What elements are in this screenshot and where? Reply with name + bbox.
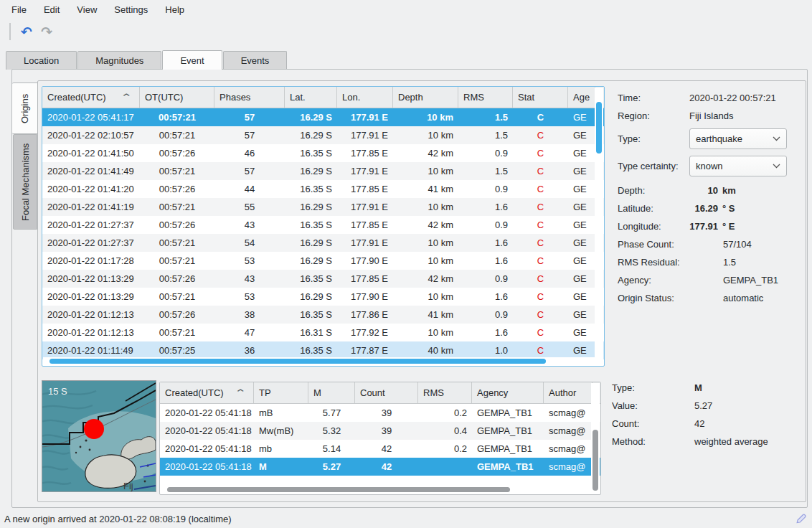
column-header-agency[interactable]: Agency [472,382,544,403]
table-body: 2020-01-22 05:41:18mB5.77390.2GEMPA_TB1s… [160,404,600,476]
column-header-ot[interactable]: OT(UTC) [140,87,214,108]
column-header-stat[interactable]: Stat [513,87,568,108]
epicenter-marker[interactable] [84,419,104,439]
column-header-lon[interactable]: Lon. [337,87,393,108]
mag-type-value: M [694,382,702,393]
table-row[interactable]: 2020-01-22 05:41:18mb5.14420.2GEMPA_TB1s… [160,440,600,458]
scrollbar-thumb[interactable] [593,430,598,491]
cell-rms: 1.5 [458,108,513,126]
cell-agency: GEMPA_TB1 [472,458,544,476]
table-row[interactable]: 2020-01-22 01:27:3700:57:264316.35 S177.… [42,216,604,234]
column-header-label: Created(UTC) [165,387,224,398]
sort-ascending-icon: ⌃ [121,92,138,103]
menu-file[interactable]: File [3,2,35,17]
cell-created: 2020-01-22 01:41:19 [42,198,140,216]
agency-label: Agency: [618,275,689,286]
cell-created: 2020-01-22 01:41:49 [42,162,140,180]
menu-settings[interactable]: Settings [105,2,156,17]
cell-rms: 1.6 [458,234,513,252]
table-row[interactable]: 2020-01-22 01:12:1300:57:263816.35 S177.… [42,306,604,324]
table-row[interactable]: 2020-01-22 02:10:5700:57:215716.29 S177.… [42,126,604,144]
type-certainty-select[interactable]: known [689,156,787,176]
tab-events[interactable]: Events [223,51,288,70]
column-header-created[interactable]: Created(UTC)⌃ [160,382,254,403]
cell-created: 2020-01-22 01:41:20 [42,180,140,198]
column-header-label: Depth [398,92,423,103]
horizontal-scrollbar[interactable] [161,486,591,494]
location-map[interactable]: 15 S Fij [42,380,156,492]
table-row[interactable]: 2020-01-22 05:41:1700:57:215716.29 S177.… [42,108,604,126]
cell-created: 2020-01-22 05:41:17 [42,108,140,126]
cell-depth: 42 km [393,144,458,162]
scrollbar-thumb[interactable] [49,359,546,364]
column-header-m[interactable]: M [308,382,355,403]
table-row[interactable]: 2020-01-22 05:41:18Mw(mB)5.32390.4GEMPA_… [160,422,600,440]
table-row[interactable]: 2020-01-22 01:13:2900:57:215316.29 S177.… [42,288,604,306]
cell-rms: 1.6 [458,288,513,306]
tab-event[interactable]: Event [162,50,222,70]
table-row[interactable]: 2020-01-22 01:41:1900:57:215516.29 S177.… [42,198,604,216]
cell-agency: GE [568,144,595,162]
scrollbar-thumb[interactable] [596,102,602,154]
magnitudes-table[interactable]: Created(UTC)⌃TPMCountRMSAgencyAuthor2020… [159,382,601,495]
cell-phases: 47 [214,324,285,341]
undo-icon[interactable]: ↶ [16,22,37,42]
cell-depth: 10 km [393,252,458,270]
scrollbar-thumb[interactable] [167,487,510,492]
cell-depth: 42 km [393,216,458,234]
table-row[interactable]: 2020-01-22 01:41:4900:57:215716.29 S177.… [42,162,604,180]
horizontal-scrollbar[interactable] [43,357,595,365]
tab-magnitudes[interactable]: Magnitudes [77,51,161,70]
table-row[interactable]: 2020-01-22 01:41:2000:57:264416.35 S177.… [42,180,604,198]
cell-created: 2020-01-22 05:41:18 [160,440,254,458]
side-tab-origins[interactable]: Origins [12,82,38,134]
table-row[interactable]: 2020-01-22 01:27:3700:57:215416.29 S177.… [42,234,604,252]
tab-location[interactable]: Location [6,51,77,70]
menu-help[interactable]: Help [156,2,193,17]
column-header-label: Agency [477,387,508,398]
column-header-agency[interactable]: Age [568,87,595,108]
cell-stat: C [513,306,568,324]
table-row[interactable]: 2020-01-22 01:13:2900:57:264316.35 S177.… [42,270,604,288]
column-header-count[interactable]: Count [355,382,418,403]
column-header-label: Phases [219,92,250,103]
depth-label: Depth: [618,185,689,196]
column-header-phases[interactable]: Phases [214,87,285,108]
edit-notify-icon[interactable] [795,512,808,525]
cell-lat: 16.29 S [285,234,337,252]
column-header-created[interactable]: Created(UTC)⌃ [42,87,140,108]
table-row[interactable]: 2020-01-22 05:41:18M5.2742GEMPA_TB1scmag… [160,458,600,476]
cell-agency: GEMPA_TB1 [472,404,544,422]
cell-phases: 44 [214,180,285,198]
table-row[interactable]: 2020-01-22 01:41:5000:57:264616.35 S177.… [42,144,604,162]
origins-table[interactable]: Created(UTC)⌃OT(UTC)PhasesLat.Lon.DepthR… [42,86,605,367]
column-header-lat[interactable]: Lat. [285,87,337,108]
cell-agency: GEMPA_TB1 [472,440,544,458]
cell-tp: mb [254,440,308,458]
table-row[interactable]: 2020-01-22 05:41:18mB5.77390.2GEMPA_TB1s… [160,404,600,422]
column-header-label: Stat [518,92,534,103]
column-header-rms[interactable]: RMS [458,87,513,108]
cell-author: scmag@ [544,458,593,476]
table-row[interactable]: 2020-01-22 01:12:1300:57:214716.31 S177.… [42,324,604,341]
table-body: 2020-01-22 05:41:1700:57:215716.29 S177.… [42,108,604,359]
column-header-rms[interactable]: RMS [418,382,472,403]
menu-view[interactable]: View [68,2,105,17]
toolbar-handle[interactable] [9,23,11,40]
cell-lat: 16.35 S [285,306,337,324]
cell-depth: 10 km [393,162,458,180]
cell-lon: 177.85 E [337,180,393,198]
event-type-select[interactable]: earthquake [689,128,787,149]
column-header-tp[interactable]: TP [254,382,308,403]
menu-edit[interactable]: Edit [35,2,68,17]
cell-agency: GEMPA_TB1 [472,422,544,440]
vertical-scrollbar[interactable] [591,383,600,494]
cell-stat: C [513,180,568,198]
table-row[interactable]: 2020-01-22 01:17:2800:57:215316.29 S177.… [42,252,604,270]
side-tab-focal-mechanisms[interactable]: Focal Mechanisms [13,134,37,230]
longitude-unit: ° E [722,221,735,232]
column-header-author[interactable]: Author [544,382,593,403]
column-header-depth[interactable]: Depth [393,87,458,108]
longitude-label: Longitude: [618,221,689,232]
vertical-scrollbar[interactable] [595,88,603,365]
